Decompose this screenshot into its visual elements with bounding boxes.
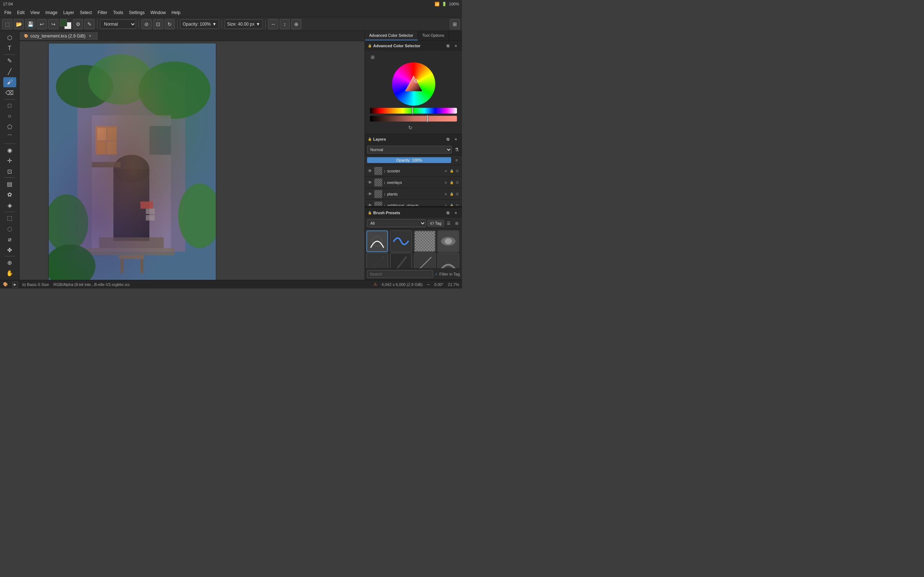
mirror-v-button[interactable]: ↕ <box>280 19 290 29</box>
brush-collapse-icon[interactable]: 🔒 <box>368 211 372 214</box>
tool-bezier[interactable]: ⌒ <box>3 132 16 142</box>
tool-polygon[interactable]: ⬠ <box>3 121 16 132</box>
layer-mask[interactable]: ⊡ <box>455 203 460 206</box>
menu-help[interactable]: Help <box>168 10 183 16</box>
tool-freehand[interactable]: ✎ <box>3 56 16 66</box>
brush-filter-select[interactable]: All Basic Detail <box>367 219 426 227</box>
menu-filter[interactable]: Filter <box>95 10 110 16</box>
brush-preset-smear[interactable] <box>438 230 459 252</box>
mirror-h-button[interactable]: ↔ <box>268 19 278 29</box>
tool-line[interactable]: ╱ <box>3 66 16 76</box>
brush-preset-pencil-1[interactable] <box>366 253 388 268</box>
detach-color-icon[interactable]: ⧉ <box>445 43 451 49</box>
brush-preset-ink[interactable] <box>390 230 412 252</box>
brush-preset-pencil-2[interactable] <box>390 253 412 268</box>
layer-mask[interactable]: ⊡ <box>455 180 460 185</box>
tool-brush[interactable]: 🖌 <box>3 77 16 87</box>
layer-lock[interactable]: 🔒 <box>449 192 454 197</box>
erase-mode-button[interactable]: ⊘ <box>142 19 152 29</box>
canvas-viewport[interactable]: wotny <box>19 41 365 280</box>
open-button[interactable]: 📂 <box>14 19 24 29</box>
opacity-control[interactable]: Opacity: 100% ▼ <box>180 19 219 29</box>
color-swatches[interactable] <box>60 19 71 29</box>
tool-eraser[interactable]: ⌫ <box>3 88 16 98</box>
layer-filter-icon[interactable]: ⚗ <box>453 147 460 153</box>
tool-text[interactable]: T <box>3 43 16 53</box>
tool-transform[interactable]: ✛ <box>3 156 16 166</box>
color-history-icon[interactable]: ⊞ <box>369 54 376 60</box>
layer-item[interactable]: 👁 ↕ scooter α 🔒 ⊡ <box>365 165 462 177</box>
hue-cursor[interactable] <box>412 107 413 114</box>
layers-collapse-icon[interactable]: 🔒 <box>368 137 372 141</box>
menu-image[interactable]: Image <box>43 10 60 16</box>
undo-button[interactable]: ↩ <box>37 19 47 29</box>
detach-layers-icon[interactable]: ⧉ <box>445 136 451 142</box>
layer-item[interactable]: 👁 ↕ overlays α 🔒 ⊡ <box>365 177 462 188</box>
save-button[interactable]: 💾 <box>25 19 36 29</box>
opacity-arrow[interactable]: ▼ <box>212 22 216 27</box>
layer-inherit-alpha[interactable]: α <box>443 192 448 197</box>
layers-header[interactable]: 🔒 Layers ⧉ × <box>365 134 462 144</box>
menu-settings[interactable]: Settings <box>126 10 147 16</box>
tool-crop[interactable]: ⊡ <box>3 166 16 176</box>
layer-lock[interactable]: 🔒 <box>449 168 454 174</box>
color-settings-button[interactable]: ⚙ <box>73 19 83 29</box>
redo-button[interactable]: ↪ <box>48 19 58 29</box>
layer-options-icon[interactable]: ≡ <box>453 157 460 163</box>
layer-inherit-alpha[interactable]: α <box>443 180 448 185</box>
layer-item[interactable]: 👁 ↕ plants α 🔒 ⊡ <box>365 188 462 200</box>
close-canvas-button[interactable]: × <box>88 34 93 39</box>
brush-presets-header[interactable]: 🔒 Brush Presets ⧉ × <box>365 208 462 218</box>
tool-select[interactable]: ⬡ <box>3 32 16 43</box>
layer-visibility-toggle[interactable]: 👁 <box>367 191 373 197</box>
menu-view[interactable]: View <box>27 10 43 16</box>
tool-colorpicker[interactable]: ✿ <box>3 190 16 200</box>
layer-lock[interactable]: 🔒 <box>449 180 454 185</box>
layer-move-icon[interactable]: ↕ <box>384 203 386 206</box>
detach-brush-icon[interactable]: ⧉ <box>445 210 451 216</box>
tool-contig-select[interactable]: ✤ <box>3 245 16 255</box>
lightness-cursor[interactable] <box>426 115 428 122</box>
blend-mode-select[interactable]: Normal Multiply Screen Overlay <box>100 19 136 29</box>
layer-item[interactable]: 👁 ↕ additional_objects α 🔒 ⊡ <box>365 200 462 206</box>
close-color-icon[interactable]: × <box>452 43 459 49</box>
layer-inherit-alpha[interactable]: α <box>443 168 448 174</box>
size-arrow[interactable]: ▼ <box>256 22 260 27</box>
layer-visibility-toggle[interactable]: 👁 <box>367 203 373 206</box>
brush-preset-chalk[interactable] <box>438 253 459 268</box>
canvas-tab[interactable]: 🎨 cozy_tenement.kra (2.9 GiB) × <box>19 32 97 40</box>
layer-inherit-alpha[interactable]: α <box>443 203 448 206</box>
tool-rect-select[interactable]: ⬚ <box>3 213 16 223</box>
wrap-button[interactable]: ↻ <box>165 19 175 29</box>
tool-pan[interactable]: ✋ <box>3 268 16 279</box>
close-brush-icon[interactable]: × <box>452 210 459 216</box>
preserve-alpha-button[interactable]: ⊡ <box>153 19 163 29</box>
tool-zoom[interactable]: ⊕ <box>3 258 16 268</box>
tool-free-select[interactable]: ⌀ <box>3 234 16 244</box>
layer-mask[interactable]: ⊡ <box>455 192 460 197</box>
color-selector-header[interactable]: 🔒 Advanced Color Selector ⧉ × <box>365 41 462 51</box>
zoom-out-button[interactable]: − <box>427 282 430 287</box>
tool-gradient[interactable]: ▤ <box>3 179 16 189</box>
collapse-icon[interactable]: 🔒 <box>368 44 372 48</box>
layer-visibility-toggle[interactable]: 👁 <box>367 180 373 185</box>
brush-preset-airbrush[interactable] <box>414 230 436 252</box>
layer-visibility-toggle[interactable]: 👁 <box>367 168 373 174</box>
filter-in-tag-label[interactable]: Filter in Tag <box>439 272 460 276</box>
hue-strip[interactable] <box>370 108 457 114</box>
new-button[interactable]: ⬚ <box>2 19 12 29</box>
layer-blend-mode-select[interactable]: Normal Multiply Screen <box>367 146 452 154</box>
brush-preset-basic-5[interactable] <box>366 230 388 252</box>
menu-window[interactable]: Window <box>148 10 169 16</box>
menu-edit[interactable]: Edit <box>14 10 27 16</box>
brush-tag-button[interactable]: 🏷 Tag <box>427 220 444 226</box>
foreground-color-swatch[interactable] <box>60 19 67 26</box>
layer-mask[interactable]: ⊡ <box>455 168 460 174</box>
lightness-strip[interactable] <box>370 116 457 121</box>
size-control[interactable]: Size: 40.00 px ▼ <box>225 19 263 29</box>
close-layers-icon[interactable]: × <box>452 136 459 142</box>
tool-fill[interactable]: ◉ <box>3 145 16 155</box>
layer-move-icon[interactable]: ↕ <box>384 192 386 196</box>
record-indicator[interactable]: ▶ <box>12 282 18 287</box>
tab-tool-options[interactable]: Tool Options <box>418 31 449 40</box>
